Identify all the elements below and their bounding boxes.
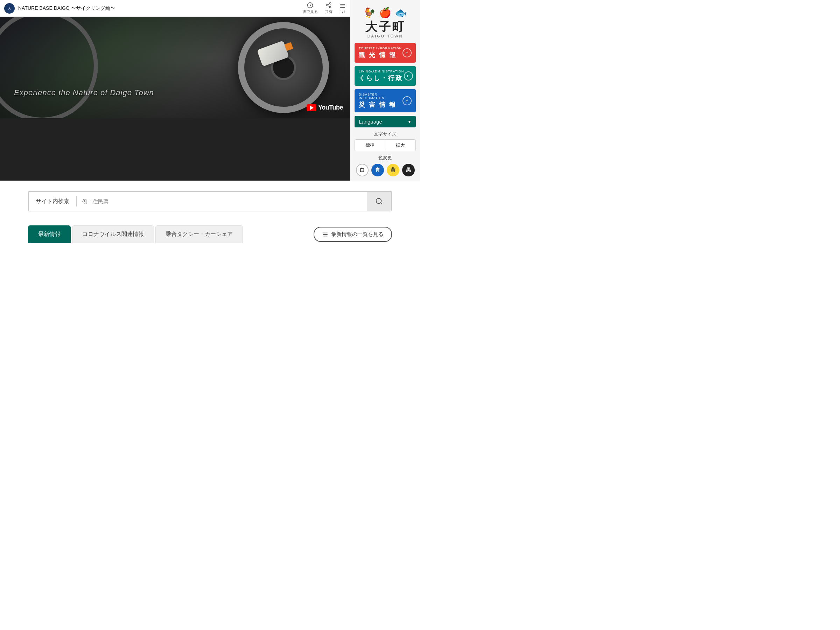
font-large-button[interactable]: 拡大 [385, 140, 415, 151]
daigo-kanji-title: 大子町 [365, 21, 405, 33]
youtube-watermark: YouTube [306, 104, 343, 111]
font-size-section: 文字サイズ 標準 拡大 [355, 131, 416, 151]
svg-line-18 [381, 203, 382, 204]
color-change-label: 色変更 [355, 155, 416, 161]
tabs-section: 最新情報 コロナウイルス関連情報 乗合タクシー・カーシェア 最新情報の一覧を見る [0, 218, 420, 243]
fish-icon: 🐟 [395, 7, 407, 19]
svg-point-4 [326, 5, 328, 6]
font-size-controls: 標準 拡大 [355, 139, 416, 151]
bike-visual [0, 17, 350, 118]
color-white-button[interactable]: 白 [356, 164, 369, 177]
language-chevron-icon: ▼ [407, 119, 412, 124]
apple-icon: 🍎 [379, 7, 391, 19]
youtube-icon [306, 104, 316, 111]
main-layout: 大 NATURE BASE DAIGO 〜サイクリング編〜 後で見る [0, 0, 420, 181]
youtube-logo: YouTube [306, 104, 343, 111]
youtube-play-icon [310, 106, 314, 110]
font-standard-button[interactable]: 標準 [355, 140, 385, 151]
living-arrow-icon [404, 71, 413, 81]
color-black-button[interactable]: 黒 [402, 164, 415, 177]
color-yellow-button[interactable]: 黄 [387, 164, 399, 177]
daigo-logo: 大 [4, 3, 15, 14]
share-button[interactable]: 共有 [325, 2, 333, 14]
sidebar-icons: 🐓 🍎 🐟 [363, 7, 407, 19]
tabs-more-label: 最新情報の一覧を見る [331, 231, 384, 238]
youtube-label: YouTube [318, 104, 343, 111]
search-section: サイト内検索 [0, 181, 420, 218]
video-header: 大 NATURE BASE DAIGO 〜サイクリング編〜 後で見る [0, 0, 350, 17]
search-bar: サイト内検索 [28, 191, 392, 212]
video-frame[interactable]: Experience the Nature of Daigo Town YouT… [0, 17, 350, 118]
svg-text:大: 大 [8, 7, 11, 10]
disaster-info-button[interactable]: DISASTER INFORMATION 災 害 情 報 [355, 89, 416, 112]
video-header-actions: 後で見る 共有 [302, 2, 346, 14]
rooster-icon: 🐓 [363, 7, 376, 19]
font-size-label: 文字サイズ [355, 131, 416, 137]
queue-display[interactable]: 1/1 [339, 3, 346, 14]
tourist-info-button[interactable]: TOURIST INFORMATION 観 光 情 報 [355, 43, 416, 63]
search-button[interactable] [367, 192, 391, 211]
bottom-area [0, 243, 420, 264]
disc-brake [238, 22, 329, 113]
disaster-info-label: DISASTER INFORMATION 災 害 情 報 [359, 93, 403, 109]
watch-later-button[interactable]: 後で見る [302, 2, 318, 14]
tourist-arrow-icon [403, 48, 412, 57]
search-label: サイト内検索 [29, 192, 76, 211]
video-section: 大 NATURE BASE DAIGO 〜サイクリング編〜 後で見る [0, 0, 350, 181]
tabs-more-button[interactable]: 最新情報の一覧を見る [314, 227, 392, 242]
svg-line-6 [328, 6, 329, 7]
svg-point-3 [329, 3, 331, 5]
disaster-arrow-icon [403, 96, 412, 105]
tourist-info-label: TOURIST INFORMATION 観 光 情 報 [359, 47, 402, 59]
svg-point-17 [376, 199, 382, 204]
language-button[interactable]: Language ▼ [355, 116, 416, 127]
tabs-row: 最新情報 コロナウイルス関連情報 乗合タクシー・カーシェア 最新情報の一覧を見る [28, 226, 392, 243]
svg-point-5 [329, 6, 331, 8]
sidebar-logo: 🐓 🍎 🐟 大子町 DAIGO TOWN [355, 4, 416, 39]
color-blue-button[interactable]: 青 [371, 164, 384, 177]
living-info-button[interactable]: LIVING/ADMINISTRATION くらし・行政 [355, 66, 416, 86]
video-title: NATURE BASE DAIGO 〜サイクリング編〜 [18, 5, 302, 11]
living-info-label: LIVING/ADMINISTRATION くらし・行政 [359, 69, 404, 82]
search-input[interactable] [77, 193, 367, 210]
color-circles: 白 青 黄 黒 [355, 164, 416, 177]
search-icon [375, 197, 383, 205]
sidebar: 🐓 🍎 🐟 大子町 DAIGO TOWN TOURIST INFORMATION… [350, 0, 420, 181]
tab-corona-info[interactable]: コロナウイルス関連情報 [72, 226, 154, 243]
daigo-romaji-title: DAIGO TOWN [368, 34, 403, 38]
tab-taxi-share[interactable]: 乗合タクシー・カーシェア [155, 226, 243, 243]
language-label: Language [359, 118, 382, 125]
chain-ring [0, 17, 98, 118]
video-subtitle: Experience the Nature of Daigo Town [14, 88, 154, 97]
list-icon [322, 231, 328, 238]
color-section: 色変更 白 青 黄 黒 [355, 155, 416, 177]
tab-latest-info[interactable]: 最新情報 [28, 226, 71, 243]
svg-line-7 [328, 4, 329, 5]
